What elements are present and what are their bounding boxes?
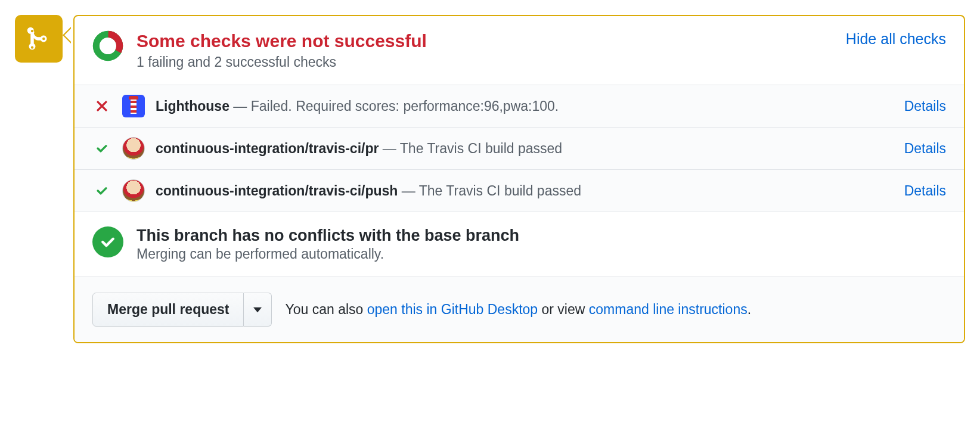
command-line-instructions-link[interactable]: command line instructions (589, 302, 748, 317)
travis-avatar (122, 179, 145, 202)
lighthouse-avatar (122, 95, 145, 117)
merge-pull-request-button[interactable]: Merge pull request (92, 293, 244, 327)
check-row: continuous-integration/travis-ci/pr — Th… (75, 128, 964, 170)
hide-all-checks-link[interactable]: Hide all checks (846, 30, 946, 48)
checks-summary: 1 failing and 2 successful checks (137, 54, 833, 70)
details-link[interactable]: Details (904, 98, 946, 114)
check-row: Lighthouse — Failed. Required scores: pe… (75, 85, 964, 128)
check-text: Lighthouse — Failed. Required scores: pe… (156, 98, 894, 114)
details-link[interactable]: Details (904, 141, 946, 157)
merge-status-panel: Some checks were not successful 1 failin… (73, 15, 965, 343)
x-icon (95, 100, 108, 113)
success-circle-icon (92, 226, 123, 257)
check-row: continuous-integration/travis-ci/push — … (75, 170, 964, 212)
check-icon (95, 142, 108, 155)
travis-avatar (122, 137, 145, 160)
conflict-sub: Merging can be performed automatically. (137, 246, 519, 262)
open-github-desktop-link[interactable]: open this in GitHub Desktop (367, 302, 538, 317)
merge-footer: Merge pull request You can also open thi… (75, 277, 964, 342)
check-text: continuous-integration/travis-ci/pr — Th… (156, 141, 894, 157)
caret-down-icon (253, 307, 262, 313)
git-merge-icon (26, 26, 52, 52)
merge-status-badge (15, 15, 63, 63)
check-icon (95, 184, 108, 197)
status-donut-icon (92, 30, 123, 61)
merge-alt-text: You can also open this in GitHub Desktop… (285, 302, 751, 318)
conflict-status: This branch has no conflicts with the ba… (75, 212, 964, 277)
checks-header: Some checks were not successful 1 failin… (75, 16, 964, 85)
conflict-title: This branch has no conflicts with the ba… (137, 226, 519, 245)
svg-point-1 (96, 34, 119, 57)
merge-button-group: Merge pull request (92, 293, 272, 327)
check-text: continuous-integration/travis-ci/push — … (156, 183, 894, 199)
details-link[interactable]: Details (904, 183, 946, 199)
checks-title: Some checks were not successful (137, 30, 833, 52)
merge-options-dropdown[interactable] (244, 293, 272, 327)
